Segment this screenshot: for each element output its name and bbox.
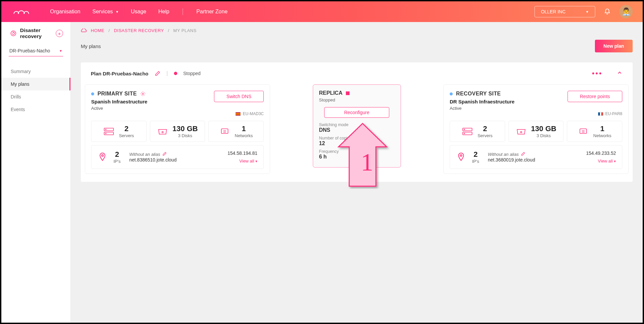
reconfigure-button[interactable]: Reconfigure	[324, 107, 389, 118]
main-content: HOME / DISASTER RECOVERY / MY PLANS My p…	[71, 22, 643, 323]
flag-fr-icon	[598, 112, 603, 116]
plan-status: Stopped	[183, 71, 201, 76]
replica-heading: REPLICA	[319, 90, 343, 96]
primary-ip-row: 2IP's Without an alias net.8386510.jote.…	[91, 145, 264, 169]
home-icon	[81, 28, 87, 33]
nav-help[interactable]: Help	[158, 9, 169, 15]
recovery-heading: RECOVERY SITE	[456, 91, 501, 97]
replica-mode-label: Switching mode	[319, 122, 395, 127]
svg-point-4	[105, 129, 106, 130]
nav-services[interactable]: Services▼	[92, 9, 119, 15]
avatar[interactable]: 👨‍💼	[619, 5, 633, 18]
svg-point-11	[464, 129, 465, 130]
svg-point-13	[520, 131, 522, 133]
recovery-viewall-link[interactable]: View all ▾	[598, 158, 616, 164]
sidebar-item-drills[interactable]: Drills	[1, 90, 70, 103]
new-plan-button[interactable]: New plan	[595, 40, 633, 52]
sidebar-item-my-plans[interactable]: My plans	[1, 78, 70, 90]
recovery-disks-stat: 130 GB3 Disks	[508, 121, 564, 142]
svg-point-15	[460, 154, 462, 156]
server-icon	[462, 127, 473, 135]
add-plan-button[interactable]: +	[56, 30, 63, 37]
svg-rect-7	[221, 129, 228, 133]
recovery-servers-stat: 2Servers	[450, 121, 505, 142]
location-icon	[97, 152, 108, 162]
collapse-plan-icon[interactable]	[617, 70, 623, 77]
network-icon	[578, 127, 589, 135]
primary-disks-stat: 130 GB3 Disks	[150, 121, 205, 142]
recovery-indicator-icon	[450, 92, 453, 95]
disk-icon	[157, 127, 168, 135]
replica-copies-label: Number of copies	[319, 136, 395, 140]
gear-icon[interactable]	[140, 91, 146, 96]
recovery-subtitle: DR Spanish Infraestructure	[450, 99, 514, 104]
recovery-alias: Without an alias	[488, 152, 518, 157]
svg-rect-14	[580, 129, 587, 133]
sidebar-item-events[interactable]: Events	[1, 103, 70, 116]
flag-es-icon	[235, 112, 241, 116]
nav-organisation[interactable]: Organisation	[50, 9, 80, 15]
recovery-active: Active	[450, 106, 514, 111]
plan-selector[interactable]: DR-Pruebas-Nacho▼	[9, 45, 63, 56]
plan-actions-menu[interactable]: •••	[592, 69, 603, 78]
breadcrumb-current: MY PLANS	[173, 28, 197, 33]
recovery-region: EU-PAR8	[605, 111, 622, 116]
edit-alias-icon[interactable]	[521, 151, 525, 157]
edit-plan-icon[interactable]	[155, 70, 161, 76]
page-title: My plans	[81, 43, 101, 49]
primary-servers-stat: 2Servers	[91, 121, 147, 142]
nav-partner-zone[interactable]: Partner Zone	[196, 9, 227, 15]
svg-point-6	[162, 131, 163, 133]
notifications-icon[interactable]	[604, 8, 611, 15]
restore-points-button[interactable]: Restore points	[568, 91, 622, 102]
disaster-recovery-icon	[10, 30, 17, 37]
primary-ip: 154.58.194.81	[227, 150, 257, 156]
replica-copies-value: 12	[319, 140, 395, 146]
primary-subtitle: Spanish Infraestructure	[91, 99, 147, 104]
replica-mode-value: DNS	[319, 127, 395, 133]
top-bar: Organisation Services▼ Usage Help Partne…	[1, 1, 643, 22]
primary-networks-stat: 1Networks	[208, 121, 264, 142]
breadcrumb: HOME / DISASTER RECOVERY / MY PLANS	[81, 28, 633, 33]
svg-point-1	[142, 93, 144, 94]
primary-alias: Without an alias	[129, 152, 160, 157]
primary-viewall-link[interactable]: View all ▾	[239, 158, 257, 164]
location-icon	[456, 152, 466, 162]
recovery-ip-row: 2IP's Without an alias net.3680019.jote.…	[450, 145, 622, 169]
sidebar: Disaster recovery + DR-Pruebas-Nacho▼ Su…	[1, 22, 71, 323]
recovery-net: net.3680019.jote.cloud	[488, 157, 535, 163]
sidebar-item-summary[interactable]: Summary	[1, 65, 70, 78]
plan-card: Plan DR-Pruebas-Nacho | Stopped •••	[81, 62, 633, 182]
recovery-ip: 154.49.233.52	[586, 150, 616, 156]
replica-freq-value: 6 h	[319, 154, 395, 160]
recovery-networks-stat: 1Networks	[567, 121, 622, 142]
switch-dns-button[interactable]: Switch DNS	[214, 91, 264, 102]
nav-usage[interactable]: Usage	[131, 9, 146, 15]
sidebar-nav: Summary My plans Drills Events	[1, 65, 70, 116]
primary-site-card: PRIMARY SITE Spanish Infraestructure Act…	[85, 84, 270, 174]
disk-icon	[516, 127, 526, 135]
main-nav: Organisation Services▼ Usage Help Partne…	[50, 8, 228, 15]
svg-point-5	[105, 133, 106, 134]
org-selector[interactable]: OLLER INC▼	[534, 6, 595, 17]
replica-card: REPLICA Stopped Reconfigure Switching mo…	[313, 84, 401, 168]
primary-indicator-icon	[91, 92, 94, 95]
svg-point-0	[11, 31, 16, 36]
plan-name: Plan DR-Pruebas-Nacho	[91, 71, 149, 76]
sidebar-title: Disaster recovery	[20, 27, 52, 39]
svg-point-8	[102, 154, 103, 156]
status-dot-icon	[174, 72, 177, 75]
logo[interactable]	[11, 7, 30, 17]
breadcrumb-home[interactable]: HOME	[91, 28, 104, 33]
breadcrumb-dr[interactable]: DISASTER RECOVERY	[114, 28, 164, 33]
svg-point-12	[464, 133, 465, 134]
server-icon	[103, 127, 114, 135]
replica-status: Stopped	[319, 97, 395, 102]
recovery-site-card: RECOVERY SITE DR Spanish Infraestructure…	[443, 84, 629, 174]
primary-net: net.8386510.jote.cloud	[129, 157, 177, 163]
primary-active: Active	[91, 106, 147, 111]
primary-heading: PRIMARY SITE	[97, 91, 137, 97]
edit-alias-icon[interactable]	[162, 151, 167, 157]
replica-freq-label: Frequency	[319, 149, 395, 154]
network-icon	[219, 127, 230, 135]
